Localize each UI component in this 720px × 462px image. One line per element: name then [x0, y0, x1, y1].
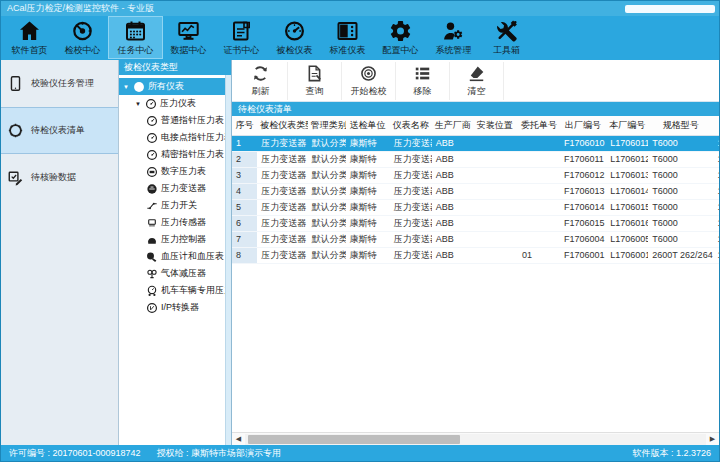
calibration-center-icon	[70, 19, 95, 43]
device-under-test-icon	[282, 19, 307, 43]
expand-arrow-icon[interactable]: ▼	[122, 84, 130, 90]
table-header-cell[interactable]: 序号	[232, 116, 257, 135]
table-cell: ABB	[432, 199, 472, 215]
tree-item[interactable]: 压力控制器	[119, 231, 231, 248]
toolbar-item[interactable]: 任务中心	[109, 17, 162, 58]
table-cell: 压力变送器	[390, 215, 432, 231]
tree-item[interactable]: 压力变送器	[119, 180, 231, 197]
toolbar-item[interactable]: 检校中心	[56, 17, 109, 58]
table-row[interactable]: 8压力变送器默认分类康斯特压力变送器ABB01F1706001L17060012…	[232, 247, 719, 263]
remove-icon	[413, 64, 432, 83]
scroll-right-arrow-icon[interactable]: ▶	[706, 433, 719, 445]
action-button[interactable]: 查询	[288, 62, 342, 100]
software-version: 软件版本 : 1.2.3726	[632, 447, 711, 460]
table-cell: 康斯特	[346, 135, 390, 151]
table-cell: ABB	[432, 167, 472, 183]
table-cell	[518, 183, 560, 199]
table-row[interactable]: 3压力变送器默认分类康斯特压力变送器ABBF1706012L1706013T60…	[232, 167, 719, 183]
table-header-cell[interactable]: 被检仪表类型	[257, 116, 307, 135]
tree-item[interactable]: ▼ 压力仪表	[119, 95, 231, 112]
table-cell: 默认分类	[308, 151, 346, 167]
scrollbar-track[interactable]	[245, 434, 706, 445]
query-icon	[305, 64, 324, 83]
table-cell	[472, 199, 518, 215]
table-cell: T6000	[648, 167, 713, 183]
toolbar-item[interactable]: 工具箱	[480, 17, 533, 58]
tree-item[interactable]: I/P转换器	[119, 299, 231, 316]
table-cell: 默认分类	[308, 167, 346, 183]
action-button[interactable]: 移除	[396, 62, 450, 100]
table-cell: L1706014	[606, 183, 648, 199]
table-header-cell[interactable]: 安装位置	[472, 116, 518, 135]
tree-item[interactable]: 数字压力表	[119, 163, 231, 180]
table-row[interactable]: 4压力变送器默认分类康斯特压力变送器ABBF1706013L1706014T60…	[232, 183, 719, 199]
table-cell: 康斯特	[346, 167, 390, 183]
table-cell: 3	[232, 167, 257, 183]
main-content: 刷新 查询 开始检校 移除 清空 待检仪表清单 序号被检仪表类型管理类别送检单位…	[232, 60, 719, 445]
table-row[interactable]: 2压力变送器默认分类康斯特压力变送器ABBF1706011L1706012T60…	[232, 151, 719, 167]
table-cell: 压力变送器	[390, 183, 432, 199]
table-header-cell[interactable]: 委托单号	[518, 116, 560, 135]
table-cell: ABB	[432, 151, 472, 167]
table-cell: F1706013	[560, 183, 606, 199]
table-header-cell[interactable]: 生产厂商	[432, 116, 472, 135]
toolbar-item[interactable]: 被检仪表	[268, 17, 321, 58]
toolbar-item[interactable]: 证书中心	[215, 17, 268, 58]
toolbox-icon	[494, 19, 519, 43]
tree-item[interactable]: ▼ 所有仪表	[119, 78, 231, 95]
tree-item[interactable]: 气体减压器	[119, 265, 231, 282]
table-header-cell[interactable]: 送检单位	[346, 116, 390, 135]
toolbar-item[interactable]: 数据中心	[162, 17, 215, 58]
table-row[interactable]: 7压力变送器默认分类康斯特压力变送器ABBF1706004L1706005T60…	[232, 231, 719, 247]
tree-vertical-scrollbar[interactable]	[225, 75, 231, 445]
table-header-cell[interactable]: 出厂编号	[560, 116, 606, 135]
window-body: 校验仪任务管理 待检仪表清单 待核验数据 被检仪表类型 ▼ 所有仪表 ▼ 压力仪…	[1, 60, 719, 445]
instruments-table: 序号被检仪表类型管理类别送检单位仪表名称生产厂商安装位置委托单号出厂编号本厂编号…	[232, 116, 719, 264]
scroll-left-arrow-icon[interactable]: ◀	[232, 433, 245, 445]
action-button[interactable]: 开始检校	[342, 62, 396, 100]
system-management-icon	[441, 19, 466, 43]
action-button[interactable]: 清空	[450, 62, 504, 100]
sidebar-item[interactable]: 校验仪任务管理	[1, 60, 118, 107]
table-cell: ABB	[432, 231, 472, 247]
table-cell: 压力变送器	[257, 215, 307, 231]
table-header-cell[interactable]: 规格型号	[648, 116, 713, 135]
tree-item[interactable]: 血压计和血压表	[119, 248, 231, 265]
tree-item[interactable]: 压力传感器	[119, 214, 231, 231]
table-row[interactable]: 1压力变送器默认分类康斯特压力变送器ABBF1706010L1706011T60…	[232, 135, 719, 151]
task-center-icon	[123, 19, 148, 43]
table-row[interactable]: 5压力变送器默认分类康斯特压力变送器ABBF1706014L1706015T60…	[232, 199, 719, 215]
table-cell: F1706004	[560, 231, 606, 247]
action-button[interactable]: 刷新	[234, 62, 288, 100]
data-center-icon	[176, 19, 201, 43]
tree-item[interactable]: 压力开关	[119, 197, 231, 214]
standard-instrument-icon	[335, 19, 360, 43]
tree-item[interactable]: 普通指针压力表	[119, 112, 231, 129]
table-header-cell[interactable]: 本厂编号	[606, 116, 648, 135]
tree-item[interactable]: 精密指针压力表	[119, 146, 231, 163]
tree-item[interactable]: 机车车辆专用压力表	[119, 282, 231, 299]
toolbar-item[interactable]: 标准仪表	[321, 17, 374, 58]
table-row[interactable]: 6压力变送器默认分类康斯特压力变送器ABBF1706015L1706016T60…	[232, 215, 719, 231]
table-cell: 压力变送器	[390, 199, 432, 215]
blood-pressure-icon	[146, 251, 158, 263]
scrollbar-thumb[interactable]	[248, 435, 460, 444]
table-header-cell[interactable]: 管理类别	[308, 116, 346, 135]
table-cell: 12 月	[713, 247, 719, 263]
table-cell: 压力变送器	[390, 135, 432, 151]
toolbar-item[interactable]: 软件首页	[3, 17, 56, 58]
table-cell: 压力变送器	[257, 151, 307, 167]
table-header-cell[interactable]: 仪表名称	[390, 116, 432, 135]
table-cell	[518, 215, 560, 231]
table-header-cell[interactable]: 检校	[713, 116, 719, 135]
toolbar-item[interactable]: 系统管理	[427, 17, 480, 58]
window-controls[interactable]	[625, 5, 715, 13]
expand-arrow-icon[interactable]: ▼	[134, 101, 142, 107]
table-cell: 1	[232, 135, 257, 151]
pressure-category-icon	[145, 98, 157, 110]
toolbar-item[interactable]: 配置中心	[374, 17, 427, 58]
all-instruments-icon	[133, 81, 145, 93]
tree-item[interactable]: 电接点指针压力表	[119, 129, 231, 146]
sidebar-item[interactable]: 待核验数据	[1, 154, 118, 201]
sidebar-item[interactable]: 待检仪表清单	[1, 107, 118, 154]
